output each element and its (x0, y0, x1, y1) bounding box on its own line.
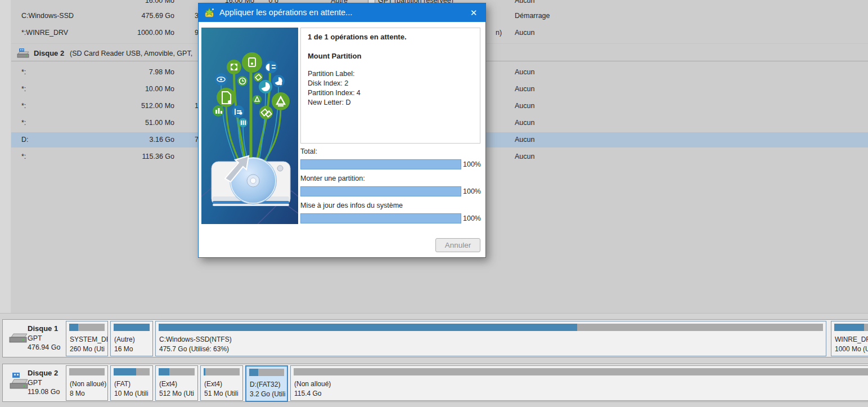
operation-title: Mount Partition (308, 52, 361, 60)
operation-detail: Partition Index: 4 (308, 89, 361, 97)
progress-percent: 100% (463, 187, 481, 195)
dialog-title: Appliquer les opérations en attente... (219, 3, 352, 22)
capacity-cell: 115.36 Go (113, 152, 174, 161)
close-icon[interactable]: ✕ (466, 3, 481, 22)
status-cell: Aucun (515, 68, 534, 77)
partition-block-selected[interactable]: D:(FAT32) 3.2 Go (Utili (245, 365, 288, 402)
partition-block[interactable]: (Ext4) 51 Mo (Utili (200, 365, 243, 401)
usage-bar (114, 368, 150, 375)
usage-bar (294, 368, 868, 375)
progress-bar-total (300, 159, 461, 169)
capacity-cell: 16.00 Mo (113, 0, 174, 5)
operation-detail: Disk Index: 2 (308, 79, 348, 87)
partition-label: SYSTEM_DR (70, 336, 108, 343)
wand-icon (204, 7, 215, 19)
usage-bar (159, 324, 823, 331)
partition-label: C:Windows-SSD(NTFS) (159, 336, 232, 343)
partition-name-cell: *: (21, 84, 26, 93)
partition-info: 8 Mo (70, 390, 85, 397)
progress-bar-sysinfo (300, 213, 461, 223)
capacity-cell: 51.00 Mo (113, 118, 174, 127)
partition-block[interactable]: C:Windows-SSD(NTFS) 475.7 Go (Utilisé: 6… (155, 321, 826, 356)
partition-info: 51 Mo (Utili (204, 390, 239, 397)
partition-name-cell: *: (21, 101, 26, 110)
capacity-cell: 3.16 Go (113, 135, 174, 144)
usage-bar (69, 324, 105, 331)
usb-disk-icon (8, 372, 29, 391)
progress-percent: 100% (463, 160, 481, 168)
cancel-button[interactable]: Annuler (435, 238, 480, 252)
usage-bar (249, 369, 284, 376)
partition-label: (Non alloué) (70, 380, 106, 388)
partition-block[interactable]: (Autre) 16 Mo (110, 321, 153, 356)
partition-block[interactable]: (Ext4) 512 Mo (Uti (155, 365, 198, 401)
partition-info: 3.2 Go (Utili (250, 390, 285, 398)
capacity-cell: 10.00 Mo (113, 84, 174, 93)
disk-tree-illustration (201, 28, 298, 224)
partition-name-cell: C:Windows-SSD (21, 11, 74, 20)
type-cell-tail: n) (496, 28, 502, 37)
partition-info: 260 Mo (Uti (70, 345, 105, 353)
partition-block[interactable]: SYSTEM_DR 260 Mo (Uti (66, 321, 108, 356)
disk-name: Disque 2 (28, 369, 67, 377)
disk-group-title: Disque 2 (34, 47, 64, 60)
partition-name-cell: *: (21, 152, 26, 161)
partition-label: (Ext4) (159, 380, 177, 388)
status-cell: Aucun (515, 118, 534, 127)
progress-label-total: Total: (300, 147, 317, 155)
disk-scheme: GPT (28, 334, 42, 342)
usage-bar (834, 324, 868, 331)
disk-size: 476.94 Go (28, 343, 60, 351)
partition-name-cell: *:WINRE_DRV (21, 28, 68, 37)
hdd-icon (8, 332, 28, 345)
progress-label-sysinfo: Mise à jour des infos du système (300, 202, 403, 209)
capacity-cell: 475.69 Go (113, 11, 174, 20)
disk-size: 119.08 Go (28, 388, 60, 396)
usage-bar (69, 368, 105, 375)
partition-label: (Autre) (114, 336, 135, 343)
partition-name-cell: *: (21, 118, 26, 127)
operation-detail: Partition Label: (308, 70, 354, 78)
status-cell: Aucun (515, 101, 534, 110)
partition-block[interactable]: WINRE_DRV 1000 Mo (U (831, 321, 868, 356)
operation-detail: New Letter: D (308, 99, 350, 106)
status-cell: Démarrage (515, 11, 550, 20)
status-cell: Aucun (515, 28, 534, 37)
pending-summary: 1 de 1 opérations en attente. (308, 33, 407, 41)
disk-group-subtitle: (SD Card Reader USB, Amovible, GPT, (70, 47, 192, 60)
partition-label: (Non alloué) (294, 380, 331, 388)
partition-info: 1000 Mo (U (835, 345, 868, 353)
disk-scheme: GPT (28, 379, 42, 387)
capacity-cell: 512.00 Mo (113, 101, 174, 110)
disk2-row: Disque 2 GPT 119.08 Go (Non alloué) 8 Mo… (2, 364, 868, 402)
disk-name: Disque 1 (28, 324, 67, 333)
dialog-titlebar[interactable]: Appliquer les opérations en attente... ✕ (199, 3, 485, 22)
partition-label: (Ext4) (204, 380, 222, 388)
progress-percent: 100% (463, 214, 481, 222)
partition-info: 475.7 Go (Utilisé: 63%) (159, 345, 229, 353)
capacity-cell: 1000.00 Mo (113, 28, 174, 37)
progress-label-mount: Monter une partition: (300, 175, 365, 182)
partition-info: 10 Mo (Utili (114, 390, 149, 397)
status-cell: Aucun (515, 84, 534, 93)
partition-info: 115.4 Go (294, 390, 321, 397)
status-cell: Aucun (515, 135, 534, 144)
usage-bar (159, 368, 195, 375)
partition-label: WINRE_DRV (835, 336, 868, 343)
status-cell: Aucun (515, 152, 534, 161)
partition-name-cell: D: (21, 135, 29, 144)
usb-disk-icon (16, 48, 30, 59)
capacity-cell: 7.98 Mo (113, 68, 174, 77)
partition-info: 16 Mo (114, 345, 133, 353)
apply-operations-dialog: Appliquer les opérations en attente... ✕ (198, 3, 486, 258)
partition-block[interactable]: (Non alloué) 115.4 Go (290, 365, 868, 401)
disk1-row: Disque 1 GPT 476.94 Go SYSTEM_DR 260 Mo … (2, 319, 868, 357)
app-window: 16.00 Mo 16.00 Mo 0 o Autre GPT (partiti… (0, 0, 868, 407)
status-cell: Aucun (515, 0, 534, 5)
partition-block[interactable]: (FAT) 10 Mo (Utili (110, 365, 153, 401)
partition-info: 512 Mo (Uti (159, 390, 194, 397)
usage-bar (204, 368, 240, 375)
usage-bar (114, 324, 150, 331)
partition-block[interactable]: (Non alloué) 8 Mo (66, 365, 108, 401)
partition-label: (FAT) (114, 380, 131, 388)
